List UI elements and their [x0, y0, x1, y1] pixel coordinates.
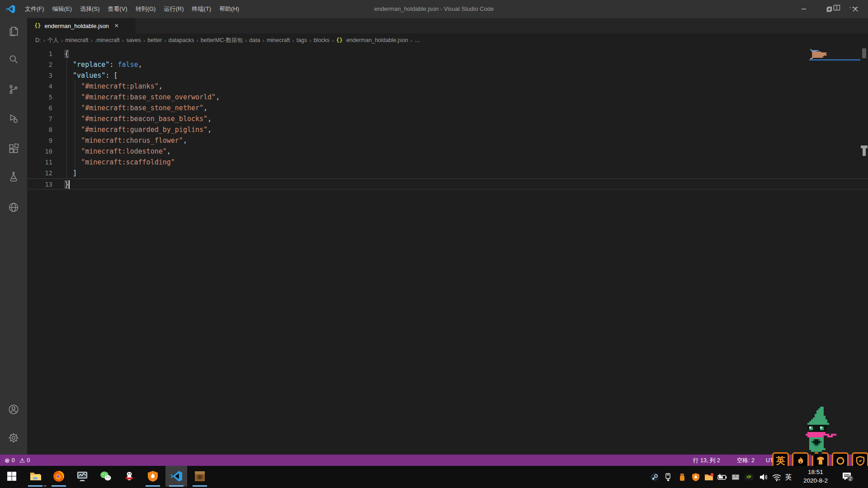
running-indicator	[146, 485, 160, 487]
menu-帮助H[interactable]: 帮助(H)	[215, 0, 243, 18]
code-line-9[interactable]: 9 "minecraft:chorus_flower",	[27, 135, 868, 146]
running-indicator	[193, 485, 207, 487]
line-number: 6	[27, 103, 52, 113]
code-line-4[interactable]: 4 "#minecraft:planks",	[27, 81, 868, 92]
chevron-right-icon: ›	[410, 37, 412, 44]
line-number: 7	[27, 113, 52, 124]
folder-alert-tray-icon[interactable]	[704, 472, 714, 482]
code-line-1[interactable]: 1{	[27, 48, 868, 59]
menu-选择S[interactable]: 选择(S)	[76, 0, 104, 18]
code-text: "#minecraft:base_stone_overworld",	[65, 92, 220, 103]
code-text: "minecraft:lodestone",	[65, 146, 171, 157]
huorong-shield-tray-icon[interactable]	[691, 472, 701, 482]
code-text: "#minecraft:beacon_base_blocks",	[65, 113, 212, 124]
ime-zh-tray-icon[interactable]: 英	[783, 472, 793, 482]
code-line-7[interactable]: 7 "#minecraft:beacon_base_blocks",	[27, 113, 868, 124]
taskbar-firefox-button[interactable]	[48, 466, 70, 487]
globe-icon[interactable]	[6, 200, 21, 215]
editor[interactable]: 1{2 "replace": false,3 "values": [4 "#mi…	[27, 48, 868, 455]
breadcrumb-item[interactable]: minecraft	[267, 37, 290, 43]
taskbar-wechat-button[interactable]	[95, 466, 117, 487]
code-line-10[interactable]: 10 "minecraft:lodestone",	[27, 146, 868, 157]
indentation-indicator[interactable]: 空格: 2	[737, 457, 755, 465]
minimize-button[interactable]	[791, 0, 816, 18]
breadcrumb-item[interactable]: better	[147, 37, 162, 43]
steam-tray-icon[interactable]	[650, 472, 660, 482]
taskbar-task-manager-button[interactable]	[71, 466, 93, 487]
chevron-right-icon: ›	[43, 37, 45, 44]
tab-close-icon[interactable]: ✕	[114, 23, 119, 29]
taskbar-start-button[interactable]	[1, 466, 23, 487]
menu-bar: 文件(F)编辑(E)选择(S)查看(V)转到(G)运行(R)终端(T)帮助(H)	[21, 0, 243, 18]
battery-tray-icon[interactable]	[717, 472, 727, 482]
breadcrumb-item[interactable]: D:	[35, 37, 41, 43]
cursor-position[interactable]: 行 13, 列 2	[693, 457, 720, 465]
breadcrumb-item[interactable]: tags	[297, 37, 307, 43]
breadcrumb-item[interactable]: 个人	[47, 37, 59, 44]
menu-编辑E[interactable]: 编辑(E)	[48, 0, 76, 18]
usb-drive-tray-icon[interactable]	[677, 472, 687, 482]
chevron-right-icon: ›	[143, 37, 145, 44]
chevron-right-icon: ›	[122, 37, 124, 44]
pixel-hammer-decoration	[863, 148, 866, 156]
breadcrumb-item[interactable]: saves	[126, 37, 141, 43]
breadcrumb-item[interactable]: .minecraft	[95, 37, 120, 43]
code-line-2[interactable]: 2 "replace": false,	[27, 59, 868, 70]
breadcrumb-item[interactable]: blocks	[314, 37, 330, 43]
split-editor-icon	[833, 4, 840, 11]
chevron-right-icon: ›	[91, 37, 93, 44]
menu-终端T[interactable]: 终端(T)	[188, 0, 215, 18]
code-line-11[interactable]: 11 "minecraft:scaffolding"	[27, 157, 868, 168]
breadcrumb-item[interactable]: datapacks	[168, 37, 194, 43]
menu-查看V[interactable]: 查看(V)	[104, 0, 131, 18]
taskbar-huorong-button[interactable]	[142, 466, 164, 487]
running-indicator	[52, 485, 66, 487]
volume-tray-icon[interactable]	[759, 472, 769, 482]
taskbar-minecraft-button[interactable]	[189, 466, 211, 487]
touch-keyboard-tray-icon[interactable]	[731, 472, 741, 482]
files-icon[interactable]	[6, 24, 21, 38]
chevron-right-icon: ›	[332, 37, 334, 44]
extensions-icon[interactable]	[6, 141, 21, 156]
minimap-current-line	[809, 59, 860, 61]
code-line-12[interactable]: 12 ]	[27, 168, 868, 178]
code-line-13[interactable]: 13}	[27, 178, 868, 189]
debug-icon[interactable]	[6, 112, 21, 126]
source-control-icon[interactable]	[6, 82, 21, 97]
settings-icon[interactable]	[6, 431, 21, 445]
code-text: "#minecraft:base_stone_nether",	[65, 103, 208, 113]
nvidia-tray-icon[interactable]	[744, 472, 754, 482]
account-icon[interactable]	[6, 402, 21, 417]
breadcrumb-file[interactable]: enderman_holdable.json	[346, 37, 408, 43]
activity-bar	[0, 18, 27, 455]
wifi-tray-icon[interactable]	[772, 472, 782, 482]
taskbar-clock[interactable]: 18:51 2020-8-2	[797, 468, 835, 485]
taskbar-vscode-button[interactable]	[165, 466, 187, 487]
code-line-3[interactable]: 3 "values": [	[27, 70, 868, 81]
menu-转到G[interactable]: 转到(G)	[132, 0, 160, 18]
taskbar-explorer-button[interactable]	[24, 466, 46, 487]
tab-enderman-holdable[interactable]: {} enderman_holdable.json ✕	[27, 18, 136, 33]
split-editor-button[interactable]	[831, 3, 843, 12]
problems-indicator[interactable]: ⊗ 0 ⚠ 0	[5, 457, 30, 464]
taskbar-qq-button[interactable]	[118, 466, 140, 487]
breadcrumb-item[interactable]: betterMC-数据包	[201, 37, 243, 44]
menu-文件F[interactable]: 文件(F)	[21, 0, 48, 18]
error-count: 0	[12, 457, 15, 464]
line-number: 5	[27, 92, 52, 103]
search-icon[interactable]	[6, 52, 21, 66]
code-line-5[interactable]: 5 "#minecraft:base_stone_overworld",	[27, 92, 868, 103]
code-line-8[interactable]: 8 "#minecraft:guarded_by_piglins",	[27, 124, 868, 135]
more-actions-button[interactable]: ···	[846, 3, 860, 12]
action-center-button[interactable]: 2	[842, 471, 854, 482]
line-number: 2	[27, 59, 52, 70]
usb-eject-tray-icon[interactable]	[663, 472, 673, 482]
test-icon[interactable]	[6, 169, 21, 184]
scrollbar-thumb[interactable]	[862, 48, 866, 58]
breadcrumb-item[interactable]: data	[249, 37, 260, 43]
breadcrumb: D:›个人›minecraft›.minecraft›saves›better›…	[35, 33, 420, 47]
menu-运行R[interactable]: 运行(R)	[160, 0, 188, 18]
chevron-right-icon: ›	[196, 37, 198, 44]
breadcrumb-item[interactable]: minecraft	[65, 37, 88, 43]
code-line-6[interactable]: 6 "#minecraft:base_stone_nether",	[27, 103, 868, 113]
